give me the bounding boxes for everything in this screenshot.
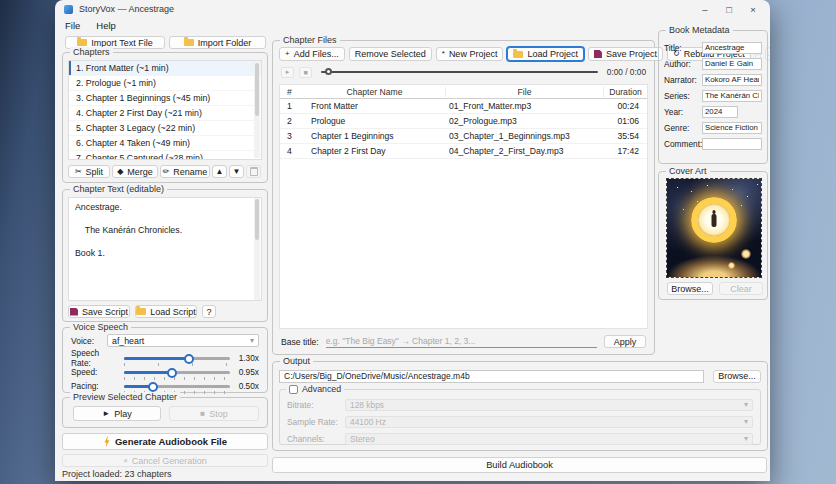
year-field[interactable] xyxy=(702,106,738,118)
chapter-list-scrollbar[interactable] xyxy=(254,62,260,158)
table-row[interactable]: 3 Chapter 1 Beginnings 03_Chapter_1_Begi… xyxy=(280,129,647,144)
advanced-checkbox[interactable] xyxy=(289,385,298,394)
sample-rate-select[interactable]: 44100 Hz ▾ xyxy=(345,416,753,428)
player-stop-button[interactable]: ■ xyxy=(299,67,312,78)
output-browse-button[interactable]: Browse... xyxy=(713,370,761,383)
pacing-slider[interactable] xyxy=(124,385,230,388)
book-metadata-panel: Book Metadata Title: Author: Narrator: S… xyxy=(658,30,768,164)
add-files-button[interactable]: + Add Files... xyxy=(279,47,345,61)
split-button[interactable]: ✂ Split xyxy=(68,165,110,178)
cancel-icon: × xyxy=(123,457,128,465)
chapter-list-item[interactable]: 4. Chapter 2 First Day (~21 min) xyxy=(69,106,261,121)
chapter-text-editor[interactable]: Ancestrage. The Kanérán Chronicles. Book… xyxy=(68,197,262,301)
help-icon: ? xyxy=(206,307,211,317)
title-field[interactable] xyxy=(702,42,762,54)
delete-chapter-button[interactable] xyxy=(246,165,261,178)
window-controls: – □ × xyxy=(693,0,765,18)
chapter-list-item[interactable]: 2. Prologue (~1 min) xyxy=(69,76,261,91)
script-buttons: Save Script Load Script ? xyxy=(68,305,216,318)
generate-audiobook-button[interactable]: Generate Audiobook File xyxy=(62,433,268,450)
build-audiobook-button[interactable]: Build Audiobook xyxy=(272,457,767,473)
voice-select[interactable]: af_heart ▾ xyxy=(107,334,259,347)
chapter-list-item[interactable]: 6. Chapter 4 Taken (~49 min) xyxy=(69,136,261,151)
advanced-label: Advanced xyxy=(302,384,341,394)
genre-label: Genre: xyxy=(664,123,702,133)
chapter-text-scrollbar[interactable] xyxy=(254,198,260,300)
save-project-button[interactable]: Save Project xyxy=(588,47,663,61)
title-label: Title: xyxy=(664,43,702,53)
load-project-button[interactable]: Load Project xyxy=(507,47,584,61)
menubar: File Help xyxy=(55,18,116,33)
speed-slider[interactable] xyxy=(124,371,230,374)
merge-button[interactable]: ◆ Merge xyxy=(112,165,158,178)
cover-art-panel: Cover Art Browse... Clear xyxy=(658,171,768,300)
chevron-down-icon: ▾ xyxy=(744,401,748,409)
save-icon xyxy=(594,50,602,58)
play-button[interactable]: ► Play xyxy=(73,406,161,421)
script-help-button[interactable]: ? xyxy=(202,305,216,318)
save-script-button[interactable]: Save Script xyxy=(68,305,130,318)
import-folder-button[interactable]: Import Folder xyxy=(169,36,266,49)
col-number[interactable]: # xyxy=(280,87,304,97)
desktop-background: StoryVox — Ancestrage – □ × File Help Im… xyxy=(0,0,836,484)
cover-art-image[interactable] xyxy=(667,179,761,277)
table-row[interactable]: 1 Front Matter 01_Front_Matter.mp3 00:24 xyxy=(280,99,647,114)
col-chapter-name[interactable]: Chapter Name xyxy=(304,87,445,97)
author-field[interactable] xyxy=(702,58,762,70)
new-project-button[interactable]: * New Project xyxy=(436,47,504,61)
play-icon: ▸ xyxy=(286,68,290,76)
col-file[interactable]: File xyxy=(445,87,603,97)
base-title-row: Base title: Apply xyxy=(281,334,646,349)
close-icon[interactable]: × xyxy=(741,0,765,18)
play-icon: ► xyxy=(102,410,110,418)
load-script-button[interactable]: Load Script xyxy=(135,305,197,318)
comment-label: Comment: xyxy=(664,139,702,149)
move-chapter-up-button[interactable]: ▲ xyxy=(212,165,227,178)
move-chapter-down-button[interactable]: ▼ xyxy=(229,165,244,178)
comment-field[interactable] xyxy=(702,138,762,150)
titlebar[interactable]: StoryVox — Ancestrage – □ × xyxy=(55,0,770,18)
output-panel-title: Output xyxy=(280,356,313,366)
advanced-panel: Advanced Bitrate: 128 kbps ▾ Sample Rate… xyxy=(279,389,761,445)
col-duration[interactable]: Duration xyxy=(603,87,647,97)
chapter-list-item[interactable]: 3. Chapter 1 Beginnings (~45 min) xyxy=(69,91,261,106)
minimize-icon[interactable]: – xyxy=(693,0,717,18)
chapter-files-panel-title: Chapter Files xyxy=(280,35,340,45)
speech-rate-slider[interactable] xyxy=(124,357,230,360)
chapter-list-item[interactable]: 7. Chapter 5 Captured (~28 min) xyxy=(69,151,261,160)
bitrate-select[interactable]: 128 kbps ▾ xyxy=(345,399,753,411)
voice-label: Voice: xyxy=(71,336,107,346)
cover-browse-button[interactable]: Browse... xyxy=(667,282,713,295)
table-row[interactable]: 2 Prologue 02_Prologue.mp3 01:06 xyxy=(280,114,647,129)
stop-button[interactable]: ■ Stop xyxy=(169,406,259,421)
plus-icon: + xyxy=(285,50,290,58)
new-icon: * xyxy=(442,50,445,58)
menu-help[interactable]: Help xyxy=(96,20,116,31)
folder-icon xyxy=(136,308,146,315)
series-label: Series: xyxy=(664,91,702,101)
table-row[interactable]: 4 Chapter 2 First Day 04_Chapter_2_First… xyxy=(280,144,647,159)
window-title: StoryVox — Ancestrage xyxy=(79,4,174,14)
cover-clear-button[interactable]: Clear xyxy=(719,282,763,295)
narrator-field[interactable] xyxy=(702,74,762,86)
base-title-input[interactable] xyxy=(326,335,597,348)
maximize-icon[interactable]: □ xyxy=(717,0,741,18)
chapter-list-item[interactable]: 5. Chapter 3 Legacy (~22 min) xyxy=(69,121,261,136)
chapter-list-item[interactable]: 1. Front Matter (~1 min) xyxy=(69,61,261,76)
output-path-input[interactable] xyxy=(279,370,704,383)
seek-slider[interactable] xyxy=(321,71,598,74)
player-play-button[interactable]: ▸ xyxy=(281,67,294,78)
merge-icon: ◆ xyxy=(117,168,123,176)
cover-art-title: Cover Art xyxy=(666,166,710,176)
sample-rate-label: Sample Rate: xyxy=(287,417,339,427)
year-label: Year: xyxy=(664,107,702,117)
apply-button[interactable]: Apply xyxy=(604,335,646,348)
remove-selected-button[interactable]: Remove Selected xyxy=(349,47,432,61)
series-field[interactable] xyxy=(702,90,762,102)
cancel-generation-button[interactable]: × Cancel Generation xyxy=(62,454,268,467)
genre-field[interactable] xyxy=(702,122,762,134)
menu-file[interactable]: File xyxy=(65,20,80,31)
channels-select[interactable]: Stereo ▾ xyxy=(345,433,753,445)
rename-button[interactable]: ✏ Rename xyxy=(160,165,210,178)
table-header: # Chapter Name File Duration xyxy=(280,85,647,99)
